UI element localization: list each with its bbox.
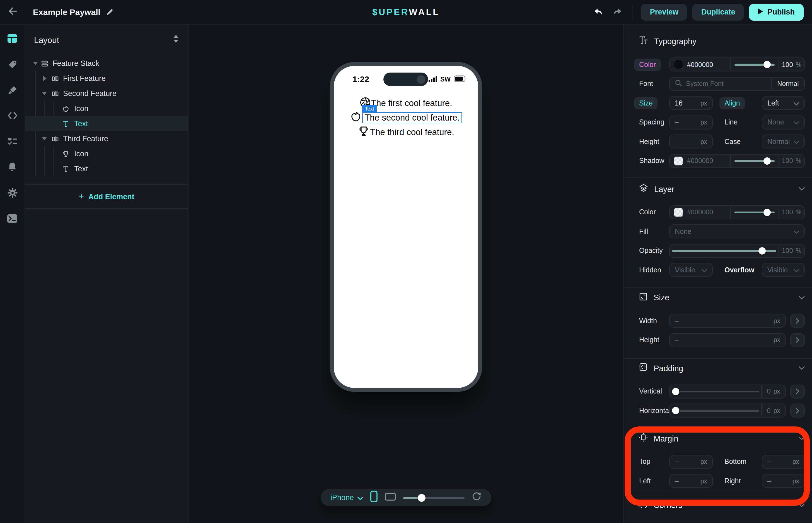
back-button[interactable]: [0, 6, 25, 18]
layer-color-opacity-slider[interactable]: [735, 209, 775, 216]
redo-button[interactable]: [610, 5, 624, 19]
feature-text-selected[interactable]: The second cool feature.: [364, 113, 459, 122]
caret-down-icon[interactable]: [41, 137, 47, 141]
text-color-opacity-slider[interactable]: [735, 61, 775, 68]
add-element-button[interactable]: + Add Element: [25, 185, 188, 209]
collapse-chevron-icon[interactable]: [799, 295, 805, 300]
margin-right-input[interactable]: – px: [762, 474, 805, 488]
undo-button[interactable]: [592, 5, 605, 19]
fill-dropdown[interactable]: None: [669, 224, 805, 238]
slider-knob[interactable]: [758, 247, 766, 254]
layer-opacity-value[interactable]: 100 %: [779, 247, 804, 254]
feature-row-3[interactable]: The third cool feature.: [357, 126, 454, 139]
tree-item-icon-apple[interactable]: Icon: [25, 101, 188, 116]
case-dropdown[interactable]: Normal: [762, 134, 805, 148]
feature-row-2[interactable]: Text The second cool feature.: [350, 111, 462, 125]
device-select[interactable]: iPhone: [331, 493, 363, 502]
overflow-dropdown[interactable]: Visible: [762, 263, 805, 277]
tree-item-first-feature[interactable]: First Feature: [25, 71, 188, 86]
checklist-nav-icon[interactable]: [7, 136, 18, 147]
padding-value[interactable]: 0: [767, 407, 771, 414]
layer-opacity-slider[interactable]: [672, 247, 776, 254]
tree-item-feature-stack[interactable]: Feature Stack: [25, 56, 188, 71]
zoom-slider-knob[interactable]: [417, 494, 425, 502]
layer-color-hex[interactable]: #000000: [687, 208, 713, 216]
settings-gear-nav-icon[interactable]: [7, 187, 18, 198]
height-expand-button[interactable]: [790, 333, 805, 347]
portrait-device-icon[interactable]: [370, 491, 377, 505]
edit-title-button[interactable]: [106, 8, 113, 16]
opacity-value[interactable]: 100: [782, 60, 793, 68]
margin-left-input[interactable]: – px: [669, 474, 713, 488]
preview-button[interactable]: Preview: [641, 4, 687, 20]
tree-item-icon-trophy[interactable]: Icon: [25, 146, 188, 161]
collapse-chevron-icon[interactable]: [799, 187, 805, 191]
text-color-label[interactable]: Color: [634, 58, 661, 71]
margin-right-value[interactable]: –: [768, 477, 771, 485]
hidden-dropdown[interactable]: Visible: [669, 263, 713, 277]
align-label[interactable]: Align: [719, 97, 745, 109]
caret-right-icon[interactable]: [42, 76, 48, 81]
paywall-screen[interactable]: 1:22 SW The first cool fe: [334, 66, 478, 388]
design-canvas[interactable]: 1:22 SW The first cool fe: [189, 24, 623, 523]
tree-item-second-feature[interactable]: Second Feature: [25, 86, 188, 101]
width-expand-button[interactable]: [790, 314, 805, 328]
publish-button[interactable]: Publish: [749, 4, 804, 20]
slider-knob[interactable]: [763, 157, 771, 164]
shadow-hex[interactable]: #000000: [687, 157, 713, 165]
letter-spacing-input[interactable]: – px: [669, 115, 713, 129]
refresh-icon[interactable]: [472, 492, 481, 503]
margin-top-value[interactable]: –: [675, 458, 679, 466]
height-input[interactable]: – px: [669, 333, 786, 347]
vertical-padding-value[interactable]: 0 px: [762, 387, 785, 395]
code-nav-icon[interactable]: [7, 110, 18, 121]
font-weight-select[interactable]: Normal: [772, 80, 804, 88]
opacity-value[interactable]: 100: [782, 208, 793, 216]
duplicate-button[interactable]: Duplicate: [692, 4, 744, 20]
horizontal-padding-value[interactable]: 0 px: [762, 407, 785, 414]
width-input[interactable]: – px: [669, 314, 786, 328]
font-search-input[interactable]: System Font: [670, 79, 771, 88]
collapse-chevron-icon[interactable]: [799, 436, 805, 440]
slider-knob[interactable]: [763, 61, 771, 68]
vertical-padding-expand-button[interactable]: [790, 384, 805, 398]
font-size-value[interactable]: 16: [675, 99, 683, 107]
margin-top-input[interactable]: – px: [669, 455, 713, 469]
color-swatch[interactable]: [674, 60, 683, 69]
horizontal-padding-slider[interactable]: [672, 407, 759, 414]
shadow-opacity-value[interactable]: 100 %: [779, 157, 804, 165]
spacing-value[interactable]: –: [675, 118, 679, 126]
layer-color-field[interactable]: #000000: [670, 208, 730, 217]
horizontal-padding-expand-button[interactable]: [790, 403, 805, 417]
layer-color-opacity-value[interactable]: 100 %: [779, 208, 804, 216]
feature-text[interactable]: The first cool feature.: [371, 98, 452, 108]
width-value[interactable]: –: [675, 317, 679, 325]
layout-nav-icon[interactable]: [7, 33, 18, 44]
padding-value[interactable]: 0: [767, 387, 771, 395]
align-dropdown[interactable]: Left: [762, 96, 805, 110]
sort-icon[interactable]: [173, 34, 179, 45]
opacity-value[interactable]: 100: [782, 247, 793, 254]
tree-item-text-selected[interactable]: Text: [25, 116, 188, 131]
transparent-swatch[interactable]: [674, 156, 683, 165]
shadow-color-field[interactable]: #000000: [670, 156, 730, 165]
collapse-chevron-icon[interactable]: [799, 503, 805, 507]
bell-nav-icon[interactable]: [7, 161, 18, 173]
text-color-swatch-field[interactable]: #000000: [670, 60, 730, 69]
slider-knob[interactable]: [763, 209, 771, 216]
caret-down-icon[interactable]: [32, 61, 38, 65]
slider-knob[interactable]: [672, 387, 679, 395]
tree-item-third-feature[interactable]: Third Feature: [25, 131, 188, 146]
canvas-zoom-slider[interactable]: [403, 494, 464, 502]
landscape-device-icon[interactable]: [384, 492, 396, 503]
vertical-padding-slider[interactable]: [672, 387, 759, 395]
margin-left-value[interactable]: –: [675, 477, 679, 485]
brush-nav-icon[interactable]: [7, 84, 18, 95]
text-color-opacity-value[interactable]: 100 %: [779, 60, 804, 68]
height-value[interactable]: –: [675, 336, 679, 344]
margin-bottom-input[interactable]: – px: [762, 455, 805, 469]
line-dropdown[interactable]: None: [762, 115, 805, 129]
margin-bottom-value[interactable]: –: [768, 458, 771, 466]
height-value[interactable]: –: [675, 138, 679, 145]
opacity-value[interactable]: 100: [782, 157, 793, 165]
